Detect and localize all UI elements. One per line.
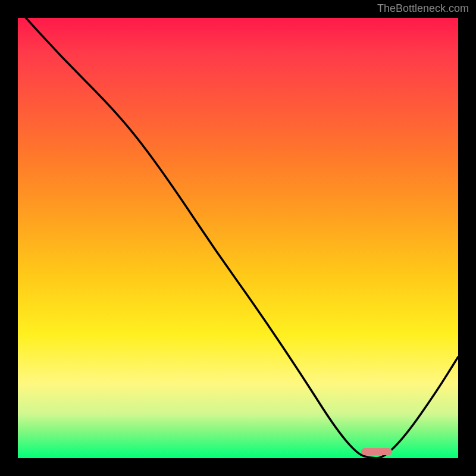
watermark-text: TheBottleneck.com <box>377 2 469 15</box>
chart-curve-svg <box>18 18 458 458</box>
chart-plot-area <box>18 18 458 458</box>
chart-min-marker <box>361 448 392 455</box>
chart-line-series <box>18 18 458 458</box>
